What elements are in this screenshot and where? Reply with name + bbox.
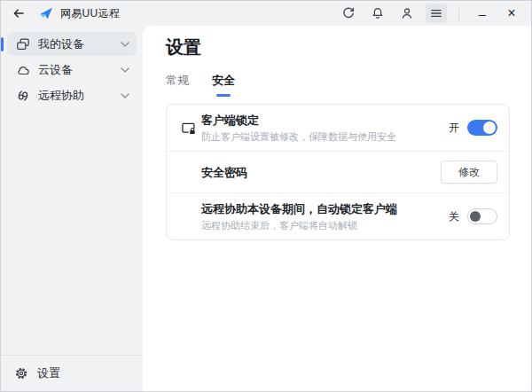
setting-control: 开 [438,120,497,136]
notification-bell-icon [371,6,385,20]
chevron-down-icon [121,42,129,47]
sidebar-item-label: 远程协助 [38,88,84,104]
sidebar-item-remote-assist[interactable]: 远程协助 [7,83,137,107]
close-icon: × [507,6,515,20]
client-lock-toggle[interactable] [467,120,497,136]
toggle-state-label: 关 [449,209,459,224]
toggle-state-label: 开 [449,121,459,136]
setting-row-client-lock: 客户端锁定 防止客户端设置被修改，保障数据与使用安全 开 [167,105,509,151]
sidebar-footer-label: 设置 [37,365,60,381]
page-title: 设置 [166,36,510,58]
titlebar-divider [458,8,459,20]
setting-title: 远程协助本设备期间，自动锁定客户端 [201,202,397,216]
user-button[interactable] [396,4,418,23]
sidebar: 我的设备 云设备 远程协助 [1,26,143,391]
back-button[interactable] [8,4,29,23]
menu-icon [429,6,443,20]
minimize-button[interactable]: – [472,4,493,23]
setting-row-security-password: 安全密码 修改 [167,151,509,192]
setting-texts: 安全密码 [201,166,247,179]
user-icon [400,6,414,20]
setting-row-auto-lock: 远程协助本设备期间，自动锁定客户端 远程协助结束后，客户端将自动解锁 关 [167,192,509,239]
refresh-button[interactable] [338,4,359,23]
main-panel: 设置 常规 安全 客户端锁定 防止客户端设置被修改，保障数据与使用安全 开 [143,26,531,391]
titlebar: 网易UU远程 [1,1,531,26]
notification-button[interactable] [367,4,388,23]
close-button[interactable]: × [501,4,522,23]
security-settings-card: 客户端锁定 防止客户端设置被修改，保障数据与使用安全 开 安全密码 修改 [166,104,510,240]
sidebar-item-label: 我的设备 [38,36,84,52]
minimize-icon: – [479,7,486,20]
sidebar-item-my-devices[interactable]: 我的设备 [7,32,137,56]
chevron-down-icon [121,67,129,73]
refresh-icon [341,6,356,20]
app-body: 我的设备 云设备 远程协助 [1,26,531,391]
app-window: 网易UU远程 [0,0,532,392]
toggle-knob [470,211,481,222]
setting-texts: 远程协助本设备期间，自动锁定客户端 远程协助结束后，客户端将自动解锁 [201,202,397,231]
sidebar-item-label: 云设备 [38,62,73,78]
setting-title: 安全密码 [201,166,247,179]
gear-icon [14,366,28,380]
toggle-knob [483,122,496,134]
setting-title: 客户端锁定 [201,114,396,127]
uu-logo-icon [38,5,54,21]
settings-tabs: 常规 安全 [166,73,510,97]
back-arrow-icon [12,6,26,20]
devices-icon [16,37,30,51]
tab-security[interactable]: 安全 [212,73,235,97]
menu-button[interactable] [426,4,447,23]
auto-lock-toggle[interactable] [467,208,497,224]
client-lock-icon [181,121,196,136]
app-title: 网易UU远程 [60,6,120,21]
titlebar-actions: – × [330,4,522,23]
chevron-down-icon [121,93,129,98]
remote-assist-icon [16,89,30,103]
modify-password-button[interactable]: 修改 [441,161,497,184]
tab-general[interactable]: 常规 [166,73,189,97]
setting-control: 修改 [430,161,497,184]
setting-texts: 客户端锁定 防止客户端设置被修改，保障数据与使用安全 [201,114,396,142]
sidebar-item-settings[interactable]: 设置 [1,355,143,391]
setting-subtitle: 远程协助结束后，客户端将自动解锁 [201,220,397,231]
setting-control: 关 [438,208,497,224]
cloud-icon [16,63,30,77]
setting-subtitle: 防止客户端设置被修改，保障数据与使用安全 [201,131,396,142]
sidebar-item-cloud-devices[interactable]: 云设备 [7,58,137,82]
